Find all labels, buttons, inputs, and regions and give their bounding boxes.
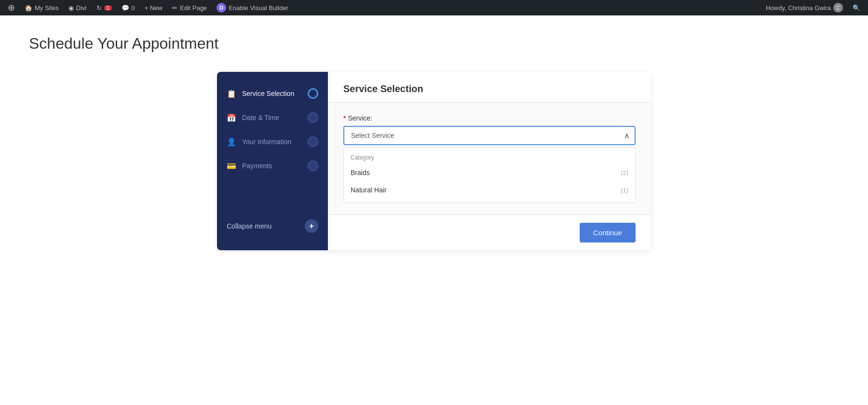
dropdown-item-natural-hair[interactable]: Natural Hair (1) <box>344 181 635 199</box>
service-selection-circle <box>308 88 318 99</box>
user-label: Howdy, Christina Gwira <box>766 4 831 12</box>
dropdown-item-braids[interactable]: Braids (2) <box>344 164 635 181</box>
collapse-menu-button[interactable]: Collapse menu + <box>217 212 328 241</box>
user-link[interactable]: Howdy, Christina Gwira C <box>762 0 847 15</box>
divi-circle-icon: D <box>217 3 226 13</box>
payments-label: Payments <box>242 162 302 170</box>
section-title: Service Selection <box>343 83 423 94</box>
scheduler-header: Service Selection <box>328 72 651 103</box>
visual-builder-label: Enable Visual Builder <box>229 4 288 12</box>
natural-hair-label: Natural Hair <box>351 186 387 194</box>
edit-page-link[interactable]: ✏ Edit Page <box>168 0 211 15</box>
your-information-circle <box>308 136 318 147</box>
my-sites-label: My Sites <box>35 4 59 12</box>
scheduler-footer: Continue <box>328 215 651 250</box>
avatar-icon: C <box>833 3 843 13</box>
admin-bar: ⊕ 🏠 My Sites ◉ Divi ↻ 1 💬 0 + New ✏ Edit… <box>0 0 868 15</box>
wp-logo-icon: ⊕ <box>8 2 15 13</box>
required-star: * <box>343 114 346 122</box>
your-information-label: Your Information <box>242 138 302 146</box>
service-label-text: Service: <box>348 114 372 122</box>
service-select[interactable]: Select Service <box>343 126 636 145</box>
sidebar-step-your-information[interactable]: 👤 Your Information <box>217 130 328 154</box>
service-selection-label: Service Selection <box>242 90 302 97</box>
updates-icon: ↻ <box>96 4 102 12</box>
service-selection-icon: 📋 <box>227 89 236 98</box>
date-time-icon: 📅 <box>227 113 236 122</box>
scheduler-main: Service Selection * Service: Select Serv… <box>328 72 651 250</box>
page-content: Schedule Your Appointment 📋 Service Sele… <box>0 15 868 405</box>
comments-icon: 💬 <box>122 4 129 12</box>
edit-page-label: Edit Page <box>180 4 207 12</box>
continue-button[interactable]: Continue <box>580 223 636 243</box>
braids-label: Braids <box>351 169 370 176</box>
search-link[interactable]: 🔍 <box>849 0 864 15</box>
date-time-label: Date & Time <box>242 114 302 122</box>
scheduler-sidebar: 📋 Service Selection 📅 Date & Time 👤 Your… <box>217 72 328 250</box>
edit-icon: ✏ <box>172 4 177 12</box>
sidebar-step-date-time[interactable]: 📅 Date & Time <box>217 106 328 130</box>
divi-link[interactable]: ◉ Divi <box>65 0 91 15</box>
scheduler-body: * Service: Select Service ∧ Category Bra… <box>328 103 651 215</box>
dropdown-panel: Category Braids (2) Natural Hair (1) <box>343 147 636 203</box>
select-wrapper: Select Service ∧ <box>343 126 636 145</box>
your-information-icon: 👤 <box>227 137 236 147</box>
scheduler-container: 📋 Service Selection 📅 Date & Time 👤 Your… <box>217 72 651 250</box>
my-sites-link[interactable]: 🏠 My Sites <box>21 0 63 15</box>
divi-label: Divi <box>76 4 87 12</box>
updates-count: 1 <box>104 5 112 11</box>
divi-icon: ◉ <box>68 4 74 12</box>
braids-count: (2) <box>621 169 628 176</box>
payments-circle <box>308 161 318 171</box>
dropdown-category-label: Category <box>344 151 635 164</box>
service-field-label: * Service: <box>343 114 636 122</box>
my-sites-icon: 🏠 <box>25 4 32 12</box>
payments-icon: 💳 <box>227 162 236 171</box>
comments-count: 0 <box>132 4 135 12</box>
collapse-icon: + <box>305 219 318 233</box>
search-icon: 🔍 <box>853 4 860 12</box>
wp-logo-link[interactable]: ⊕ <box>4 0 19 15</box>
visual-builder-link[interactable]: D Enable Visual Builder <box>213 0 292 15</box>
sidebar-step-payments[interactable]: 💳 Payments <box>217 154 328 178</box>
date-time-circle <box>308 112 318 123</box>
natural-hair-count: (1) <box>621 187 628 194</box>
comments-link[interactable]: 💬 0 <box>118 0 139 15</box>
new-label: + New <box>145 4 163 12</box>
sidebar-step-service-selection[interactable]: 📋 Service Selection <box>217 81 328 106</box>
collapse-label: Collapse menu <box>227 222 271 230</box>
updates-link[interactable]: ↻ 1 <box>93 0 116 15</box>
page-title: Schedule Your Appointment <box>29 35 839 53</box>
new-link[interactable]: + New <box>141 0 166 15</box>
